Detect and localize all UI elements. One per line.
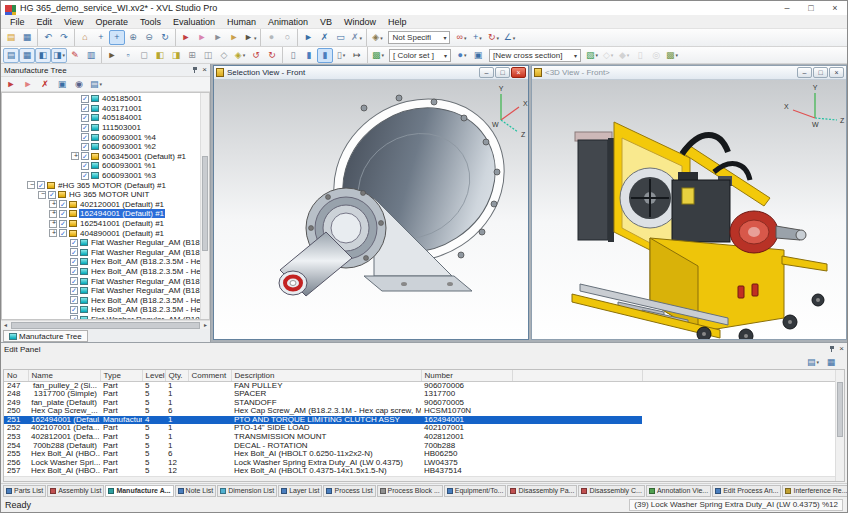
visibility-checkbox[interactable] (70, 248, 78, 256)
visibility-checkbox[interactable] (70, 296, 78, 304)
visibility-checkbox[interactable] (81, 124, 89, 132)
tree-item[interactable]: Hex Bolt_AM (B18.2.3.5M - Hex bolt M12 x… (2, 267, 200, 277)
layout-split-icon[interactable]: ◧ (35, 48, 51, 63)
expander-icon[interactable] (71, 152, 79, 160)
shading-icon[interactable]: ▮ (301, 48, 317, 63)
frame-zoom-icon[interactable]: ▫ (120, 48, 136, 63)
cross-section-book-icon[interactable]: ▧ (584, 48, 600, 63)
tree-item[interactable]: Flat Washer Regular_AM (B18.22M - Plain … (2, 286, 200, 296)
bottom-tab[interactable]: Disassembly Pa... (507, 485, 577, 497)
menu-item[interactable]: Animation (262, 17, 314, 27)
view-dimetric-icon[interactable]: ◈ (232, 48, 248, 63)
view-close-button[interactable]: × (829, 67, 844, 78)
bottom-tab[interactable]: Assembly List (47, 485, 104, 497)
cross-tool2-icon[interactable]: ✗ (348, 30, 364, 45)
select-part-icon[interactable]: ► (178, 30, 194, 45)
menu-item[interactable]: Evaluation (167, 17, 221, 27)
tree-item[interactable]: Flat Washer Regular_AM (B18.22M - Plain … (2, 276, 200, 286)
bottom-tab[interactable]: Layer List (278, 485, 322, 497)
view-restore-button[interactable]: □ (495, 67, 510, 78)
visibility-checkbox[interactable] (48, 191, 56, 199)
scroll-right-icon[interactable]: ► (201, 322, 210, 328)
measure-distance-icon[interactable]: ∞ (453, 30, 469, 45)
cursor-snap-icon[interactable]: ► (104, 48, 120, 63)
zoom-window-icon[interactable]: ⊖ (141, 30, 157, 45)
tree-item[interactable]: 606093001 %2 (2, 142, 200, 152)
section-doc-icon[interactable]: ▯ (632, 48, 648, 63)
redo-icon[interactable]: ↷ (56, 30, 72, 45)
col-name[interactable]: Name (28, 370, 100, 381)
visibility-checkbox[interactable] (70, 306, 78, 314)
menu-item[interactable]: VB (314, 17, 338, 27)
tree-item[interactable]: 162541001 (Default) #1 (2, 219, 200, 229)
monitor-icon[interactable]: ▣ (470, 48, 486, 63)
col-description[interactable]: Description (231, 370, 421, 381)
view3d-viewport[interactable]: Y X Z W (532, 80, 846, 339)
col-comment[interactable]: Comment (188, 370, 231, 381)
view-left-icon[interactable]: ◧ (152, 48, 168, 63)
close-panel-icon[interactable]: × (202, 66, 207, 74)
bottom-tab[interactable]: Annotation Vie... (646, 485, 711, 497)
tree-item[interactable]: Flat Washer Regular_AM (B18.22M - Plain … (2, 315, 200, 319)
annotate-pen-icon[interactable]: ✎ (67, 48, 83, 63)
table-row[interactable]: 251 162494001 (Defaul... Manufacture a..… (4, 416, 835, 425)
col-qty[interactable]: Qty. (165, 370, 188, 381)
layout-quad-icon[interactable]: ▦ (19, 48, 35, 63)
menu-item[interactable]: File (4, 17, 31, 27)
selection-viewport[interactable]: Y X Z W (214, 80, 528, 339)
visibility-checkbox[interactable] (70, 267, 78, 275)
measure-move-icon[interactable]: + (469, 30, 485, 45)
table-row[interactable]: 257 Hex Bolt_AI (HBO... Part 5 12 Hex Bo… (4, 467, 835, 476)
select-mode-icon[interactable]: ► (242, 30, 258, 45)
tree-item[interactable]: 405185001 (2, 94, 200, 104)
menu-item[interactable]: Tools (134, 17, 167, 27)
select-group-icon[interactable]: ► (226, 30, 242, 45)
save-file-icon[interactable]: ▦ (19, 30, 35, 45)
hidden-line-icon[interactable]: ▯ (333, 48, 349, 63)
visibility-checkbox[interactable] (70, 277, 78, 285)
show-axis-icon[interactable]: ↦ (349, 48, 365, 63)
visibility-checkbox[interactable] (81, 133, 89, 141)
tree-item[interactable]: Hex Bolt_AM (B18.2.3.5M - Hex bolt M12 x… (2, 305, 200, 315)
material-palette-icon[interactable]: ▩ (370, 48, 386, 63)
find-icon[interactable]: ◉ (71, 77, 87, 92)
default-view-icon[interactable]: ⌂ (77, 30, 93, 45)
table-row[interactable]: 250 Hex Cap Screw_... Part 5 6 Hex Cap S… (4, 407, 835, 416)
bottom-tab[interactable]: Parts List (3, 485, 46, 497)
expander-icon[interactable] (27, 181, 35, 189)
view-bottom-icon[interactable]: ◫ (200, 48, 216, 63)
tab-manufacture-tree[interactable]: Manufacture Tree (3, 330, 88, 342)
tree-item[interactable]: 403171001 (2, 104, 200, 114)
view-minimize-button[interactable]: – (479, 67, 494, 78)
color-set-dropdown[interactable]: [ Color set ] (389, 49, 451, 62)
view-close-button[interactable]: × (511, 67, 526, 78)
rotate-ccw-icon[interactable]: ↺ (248, 48, 264, 63)
visibility-checkbox[interactable] (37, 181, 45, 189)
visibility-checkbox[interactable] (81, 104, 89, 112)
table-row[interactable]: 255 Hex Bolt_AI (HBO... Part 5 6 Hex Bol… (4, 450, 835, 459)
undo-icon[interactable]: ↶ (40, 30, 56, 45)
row-order-icon[interactable]: ▤ (805, 355, 821, 370)
bottom-tab[interactable]: Edit Process An... (712, 485, 781, 497)
selection-view-titlebar[interactable]: Selection View - Front – □ × (214, 66, 528, 80)
menu-item[interactable]: Operate (89, 17, 134, 27)
background-sphere-icon[interactable]: ● (454, 48, 470, 63)
tree-item[interactable]: #HG 365 MOTOR (Default) #1 (2, 180, 200, 190)
view-top-icon[interactable]: ⊞ (184, 48, 200, 63)
close-button[interactable]: × (823, 1, 847, 15)
layout-custom-icon[interactable]: ◨ (51, 48, 67, 63)
add-related-icon[interactable]: ► (20, 77, 36, 92)
bottom-tab[interactable]: Manufacture A... (105, 485, 173, 497)
menu-item[interactable]: Window (338, 17, 382, 27)
highlight-ball-icon[interactable]: ● (263, 30, 279, 45)
table-row[interactable]: 249 fan_plate (Default) Part 5 1 STANDOF… (4, 399, 835, 408)
view-front-icon[interactable]: ◻ (136, 48, 152, 63)
col-no[interactable]: No (4, 370, 28, 381)
expander-icon[interactable] (49, 210, 57, 218)
measure-rotate-icon[interactable]: ↻ (485, 30, 501, 45)
menu-item[interactable]: View (58, 17, 89, 27)
scrollbar-thumb[interactable] (837, 382, 843, 437)
zoom-in-icon[interactable]: ⊕ (125, 30, 141, 45)
scrollbar-thumb[interactable] (11, 322, 200, 329)
ruler-tool-icon[interactable]: ▭ (332, 30, 348, 45)
